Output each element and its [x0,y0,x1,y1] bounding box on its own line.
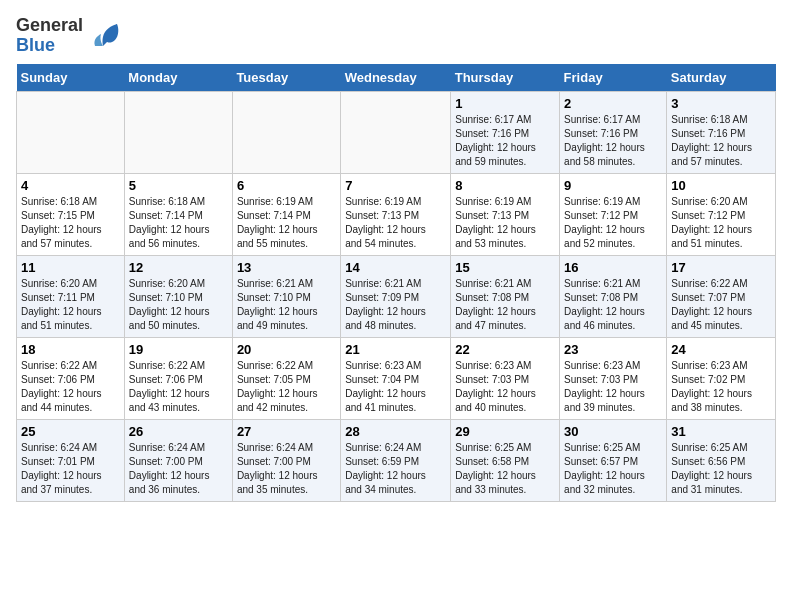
logo-blue: Blue [16,36,83,56]
day-info: Sunrise: 6:19 AM Sunset: 7:13 PM Dayligh… [345,195,446,251]
calendar-week-row: 4Sunrise: 6:18 AM Sunset: 7:15 PM Daylig… [17,173,776,255]
day-info: Sunrise: 6:23 AM Sunset: 7:02 PM Dayligh… [671,359,771,415]
day-number: 6 [237,178,336,193]
calendar-week-row: 18Sunrise: 6:22 AM Sunset: 7:06 PM Dayli… [17,337,776,419]
day-number: 23 [564,342,662,357]
day-header: Saturday [667,64,776,92]
day-number: 24 [671,342,771,357]
day-number: 30 [564,424,662,439]
day-info: Sunrise: 6:18 AM Sunset: 7:16 PM Dayligh… [671,113,771,169]
calendar-cell [341,91,451,173]
calendar-cell: 13Sunrise: 6:21 AM Sunset: 7:10 PM Dayli… [232,255,340,337]
calendar-cell: 24Sunrise: 6:23 AM Sunset: 7:02 PM Dayli… [667,337,776,419]
calendar-cell: 28Sunrise: 6:24 AM Sunset: 6:59 PM Dayli… [341,419,451,501]
calendar-week-row: 1Sunrise: 6:17 AM Sunset: 7:16 PM Daylig… [17,91,776,173]
calendar-cell: 30Sunrise: 6:25 AM Sunset: 6:57 PM Dayli… [560,419,667,501]
calendar-table: SundayMondayTuesdayWednesdayThursdayFrid… [16,64,776,502]
day-number: 2 [564,96,662,111]
day-info: Sunrise: 6:24 AM Sunset: 7:00 PM Dayligh… [237,441,336,497]
day-info: Sunrise: 6:19 AM Sunset: 7:14 PM Dayligh… [237,195,336,251]
calendar-cell: 7Sunrise: 6:19 AM Sunset: 7:13 PM Daylig… [341,173,451,255]
day-info: Sunrise: 6:19 AM Sunset: 7:12 PM Dayligh… [564,195,662,251]
day-number: 3 [671,96,771,111]
calendar-cell: 3Sunrise: 6:18 AM Sunset: 7:16 PM Daylig… [667,91,776,173]
calendar-cell: 4Sunrise: 6:18 AM Sunset: 7:15 PM Daylig… [17,173,125,255]
day-info: Sunrise: 6:19 AM Sunset: 7:13 PM Dayligh… [455,195,555,251]
day-info: Sunrise: 6:17 AM Sunset: 7:16 PM Dayligh… [564,113,662,169]
day-number: 18 [21,342,120,357]
day-info: Sunrise: 6:22 AM Sunset: 7:05 PM Dayligh… [237,359,336,415]
calendar-cell: 15Sunrise: 6:21 AM Sunset: 7:08 PM Dayli… [451,255,560,337]
day-info: Sunrise: 6:18 AM Sunset: 7:14 PM Dayligh… [129,195,228,251]
day-number: 14 [345,260,446,275]
day-number: 9 [564,178,662,193]
day-number: 31 [671,424,771,439]
calendar-cell: 9Sunrise: 6:19 AM Sunset: 7:12 PM Daylig… [560,173,667,255]
calendar-cell: 29Sunrise: 6:25 AM Sunset: 6:58 PM Dayli… [451,419,560,501]
day-number: 13 [237,260,336,275]
calendar-cell: 14Sunrise: 6:21 AM Sunset: 7:09 PM Dayli… [341,255,451,337]
day-info: Sunrise: 6:17 AM Sunset: 7:16 PM Dayligh… [455,113,555,169]
calendar-cell: 1Sunrise: 6:17 AM Sunset: 7:16 PM Daylig… [451,91,560,173]
calendar-cell [17,91,125,173]
day-number: 15 [455,260,555,275]
day-info: Sunrise: 6:22 AM Sunset: 7:06 PM Dayligh… [21,359,120,415]
calendar-cell: 12Sunrise: 6:20 AM Sunset: 7:10 PM Dayli… [124,255,232,337]
day-number: 27 [237,424,336,439]
day-info: Sunrise: 6:21 AM Sunset: 7:08 PM Dayligh… [455,277,555,333]
day-info: Sunrise: 6:21 AM Sunset: 7:08 PM Dayligh… [564,277,662,333]
calendar-cell: 10Sunrise: 6:20 AM Sunset: 7:12 PM Dayli… [667,173,776,255]
calendar-cell: 8Sunrise: 6:19 AM Sunset: 7:13 PM Daylig… [451,173,560,255]
calendar-cell: 2Sunrise: 6:17 AM Sunset: 7:16 PM Daylig… [560,91,667,173]
logo-bird-icon [89,18,125,54]
calendar-cell: 16Sunrise: 6:21 AM Sunset: 7:08 PM Dayli… [560,255,667,337]
day-info: Sunrise: 6:25 AM Sunset: 6:57 PM Dayligh… [564,441,662,497]
day-number: 26 [129,424,228,439]
logo-general: General [16,16,83,36]
calendar-cell: 20Sunrise: 6:22 AM Sunset: 7:05 PM Dayli… [232,337,340,419]
day-info: Sunrise: 6:23 AM Sunset: 7:03 PM Dayligh… [455,359,555,415]
day-number: 17 [671,260,771,275]
day-info: Sunrise: 6:25 AM Sunset: 6:56 PM Dayligh… [671,441,771,497]
calendar-cell: 21Sunrise: 6:23 AM Sunset: 7:04 PM Dayli… [341,337,451,419]
day-number: 29 [455,424,555,439]
calendar-cell: 22Sunrise: 6:23 AM Sunset: 7:03 PM Dayli… [451,337,560,419]
day-number: 25 [21,424,120,439]
calendar-cell: 11Sunrise: 6:20 AM Sunset: 7:11 PM Dayli… [17,255,125,337]
day-number: 19 [129,342,228,357]
day-header: Wednesday [341,64,451,92]
day-info: Sunrise: 6:22 AM Sunset: 7:06 PM Dayligh… [129,359,228,415]
day-number: 12 [129,260,228,275]
calendar-cell: 27Sunrise: 6:24 AM Sunset: 7:00 PM Dayli… [232,419,340,501]
day-header: Tuesday [232,64,340,92]
day-header: Sunday [17,64,125,92]
day-info: Sunrise: 6:23 AM Sunset: 7:04 PM Dayligh… [345,359,446,415]
day-info: Sunrise: 6:18 AM Sunset: 7:15 PM Dayligh… [21,195,120,251]
day-number: 10 [671,178,771,193]
calendar-week-row: 25Sunrise: 6:24 AM Sunset: 7:01 PM Dayli… [17,419,776,501]
day-info: Sunrise: 6:21 AM Sunset: 7:09 PM Dayligh… [345,277,446,333]
day-info: Sunrise: 6:23 AM Sunset: 7:03 PM Dayligh… [564,359,662,415]
day-number: 1 [455,96,555,111]
day-info: Sunrise: 6:20 AM Sunset: 7:10 PM Dayligh… [129,277,228,333]
day-info: Sunrise: 6:22 AM Sunset: 7:07 PM Dayligh… [671,277,771,333]
day-info: Sunrise: 6:25 AM Sunset: 6:58 PM Dayligh… [455,441,555,497]
calendar-cell: 5Sunrise: 6:18 AM Sunset: 7:14 PM Daylig… [124,173,232,255]
calendar-cell: 17Sunrise: 6:22 AM Sunset: 7:07 PM Dayli… [667,255,776,337]
day-info: Sunrise: 6:24 AM Sunset: 7:01 PM Dayligh… [21,441,120,497]
calendar-week-row: 11Sunrise: 6:20 AM Sunset: 7:11 PM Dayli… [17,255,776,337]
day-info: Sunrise: 6:20 AM Sunset: 7:12 PM Dayligh… [671,195,771,251]
day-number: 4 [21,178,120,193]
day-number: 5 [129,178,228,193]
day-info: Sunrise: 6:21 AM Sunset: 7:10 PM Dayligh… [237,277,336,333]
day-number: 16 [564,260,662,275]
day-info: Sunrise: 6:24 AM Sunset: 7:00 PM Dayligh… [129,441,228,497]
day-number: 22 [455,342,555,357]
day-header: Thursday [451,64,560,92]
day-header: Monday [124,64,232,92]
logo: General Blue [16,16,125,56]
calendar-cell: 25Sunrise: 6:24 AM Sunset: 7:01 PM Dayli… [17,419,125,501]
day-number: 8 [455,178,555,193]
calendar-cell [124,91,232,173]
calendar-cell: 31Sunrise: 6:25 AM Sunset: 6:56 PM Dayli… [667,419,776,501]
